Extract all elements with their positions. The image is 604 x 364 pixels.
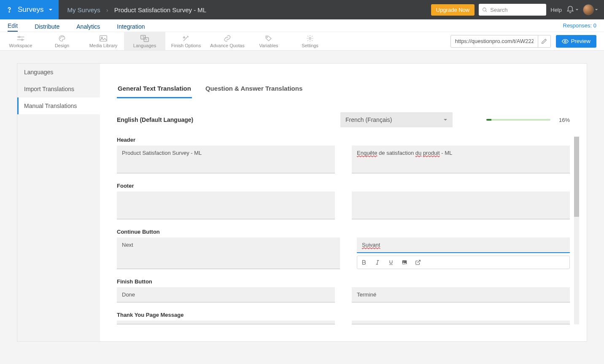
nav-analytics[interactable]: Analytics	[76, 23, 100, 32]
header-target[interactable]: Enquête de satisfaction du produit - ML	[352, 146, 570, 173]
caret-down-icon	[595, 8, 598, 11]
survey-url-box	[450, 35, 551, 48]
sliders-icon	[16, 35, 25, 42]
image-button[interactable]	[398, 256, 411, 269]
svg-point-9	[63, 36, 64, 37]
translation-tabs: General Text Translation Question & Answ…	[117, 81, 570, 99]
search-icon	[482, 7, 488, 13]
target-language-select[interactable]: French (Français)	[340, 112, 453, 127]
thankyou-source[interactable]	[117, 321, 335, 324]
svg-point-5	[19, 36, 20, 38]
avatar	[583, 4, 594, 15]
search-input[interactable]: Search	[479, 4, 546, 16]
continue-target[interactable]: Suivant	[357, 237, 570, 253]
preview-button[interactable]: Preview	[556, 35, 596, 48]
tool-languages[interactable]: 文A Languages	[124, 32, 165, 50]
sidebar: Languages Import Translations Manual Tra…	[17, 64, 100, 341]
external-link-icon	[415, 259, 421, 265]
caret-down-icon	[575, 8, 579, 11]
format-toolbar	[357, 256, 570, 269]
bell-icon	[566, 5, 574, 14]
field-label-footer: Footer	[117, 183, 570, 189]
nav-integration[interactable]: Integration	[117, 23, 145, 32]
tool-media-library[interactable]: Media Library	[83, 32, 124, 50]
svg-point-7	[60, 38, 61, 38]
pencil-icon	[541, 38, 547, 44]
nav-distribute[interactable]: Distribute	[35, 23, 59, 32]
tool-advance-quotas[interactable]: Advance Quotas	[207, 32, 248, 50]
translation-progress-text: 16%	[556, 117, 570, 123]
eye-icon	[562, 38, 569, 45]
tag-icon	[264, 35, 273, 42]
secondary-nav: Edit Distribute Analytics Integration Re…	[0, 19, 604, 32]
field-label-continue: Continue Button	[117, 229, 570, 235]
tool-variables[interactable]: Variables	[248, 32, 289, 50]
brand-label: Surveys	[18, 5, 43, 14]
svg-point-8	[61, 36, 62, 37]
sidebar-item-import-translations[interactable]: Import Translations	[17, 81, 100, 97]
header-source[interactable]: Product Satisfaction Survey - ML	[117, 146, 335, 173]
thankyou-target[interactable]	[352, 321, 570, 324]
footer-target[interactable]	[352, 191, 570, 219]
breadcrumb: My Surveys › Product Satisfaction Survey…	[59, 6, 431, 13]
field-label-header: Header	[117, 137, 570, 143]
translation-progress-bar	[486, 119, 550, 121]
svg-point-24	[403, 262, 404, 262]
sidebar-item-languages[interactable]: Languages	[17, 64, 100, 81]
survey-url-input[interactable]	[451, 38, 538, 44]
tool-workspace[interactable]: Workspace	[0, 32, 41, 50]
bold-button[interactable]	[357, 256, 371, 269]
upgrade-button[interactable]: Upgrade Now	[431, 4, 475, 16]
tool-finish-options[interactable]: Finish Options	[165, 32, 207, 50]
tool-settings[interactable]: Settings	[289, 32, 331, 50]
gear-icon	[306, 35, 314, 42]
responses-count[interactable]: Responses: 0	[563, 22, 597, 29]
svg-point-6	[22, 39, 23, 40]
notifications-button[interactable]	[566, 5, 579, 14]
logo-icon	[4, 5, 14, 15]
svg-point-17	[309, 37, 311, 39]
sidebar-item-manual-translations[interactable]: Manual Translations	[17, 97, 100, 114]
breadcrumb-parent[interactable]: My Surveys	[67, 6, 100, 13]
tab-qa-translations[interactable]: Question & Answer Translations	[205, 81, 303, 98]
bold-icon	[361, 259, 367, 265]
caret-down-icon	[443, 118, 448, 122]
tool-design[interactable]: Design	[41, 32, 83, 50]
svg-point-0	[9, 11, 9, 12]
finish-source[interactable]: Done	[117, 287, 335, 302]
svg-line-21	[377, 260, 378, 264]
field-label-thankyou: Thank You Page Message	[117, 312, 570, 318]
edit-url-button[interactable]	[538, 35, 550, 47]
svg-line-2	[485, 11, 487, 12]
user-menu[interactable]	[583, 4, 598, 15]
topbar: Surveys My Surveys › Product Satisfactio…	[0, 0, 604, 19]
tab-general-text[interactable]: General Text Translation	[117, 81, 192, 98]
translate-icon: 文A	[140, 35, 149, 42]
svg-line-25	[418, 260, 420, 263]
target-language-value: French (Français)	[345, 116, 392, 123]
brand-dropdown[interactable]: Surveys	[0, 0, 59, 19]
image-icon	[402, 259, 407, 265]
help-link[interactable]: Help	[550, 7, 562, 13]
footer-source[interactable]	[117, 191, 335, 219]
finish-target[interactable]: Terminé	[352, 287, 570, 302]
main-card: Languages Import Translations Manual Tra…	[17, 63, 587, 342]
italic-button[interactable]	[371, 256, 384, 269]
svg-text:文: 文	[142, 35, 145, 38]
nav-edit[interactable]: Edit	[8, 22, 18, 32]
svg-point-18	[564, 40, 566, 42]
continue-source[interactable]: Next	[117, 237, 340, 269]
italic-icon	[375, 259, 380, 265]
open-external-button[interactable]	[411, 256, 425, 269]
svg-point-1	[483, 8, 486, 11]
svg-rect-10	[100, 35, 107, 41]
field-label-finish: Finish Button	[117, 278, 570, 285]
svg-point-16	[267, 36, 267, 37]
wand-icon	[182, 35, 190, 42]
underline-button[interactable]	[384, 256, 398, 269]
scrollbar-thumb[interactable]	[574, 137, 579, 217]
breadcrumb-current: Product Satisfaction Survey - ML	[114, 6, 206, 13]
svg-text:A: A	[146, 38, 147, 41]
underline-icon	[388, 259, 394, 265]
palette-icon	[58, 35, 66, 42]
